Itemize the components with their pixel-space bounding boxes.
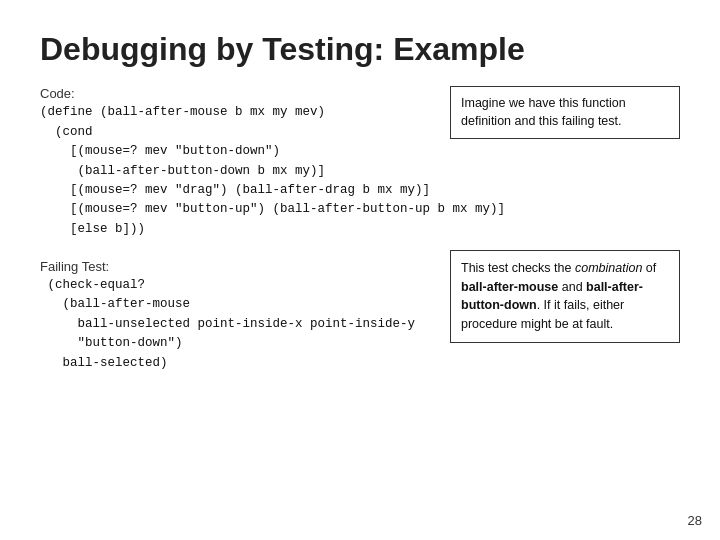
- callout-bottom-text-3: and: [558, 280, 586, 294]
- slide: Debugging by Testing: Example Code: (def…: [0, 0, 720, 540]
- callout-top: Imagine we have this function definition…: [450, 86, 680, 139]
- callout-bottom-italic: combination: [575, 261, 642, 275]
- content-area: Code: (define (ball-after-mouse b mx my …: [40, 86, 680, 373]
- callout-bottom-text-2: of: [642, 261, 656, 275]
- callout-bottom: This test checks the combination of ball…: [450, 250, 680, 343]
- callout-top-text: Imagine we have this function definition…: [461, 96, 626, 128]
- page-number: 28: [688, 513, 702, 528]
- slide-title: Debugging by Testing: Example: [40, 30, 680, 68]
- callout-bottom-bold-1: ball-after-mouse: [461, 280, 558, 294]
- callout-bottom-text-1: This test checks the: [461, 261, 575, 275]
